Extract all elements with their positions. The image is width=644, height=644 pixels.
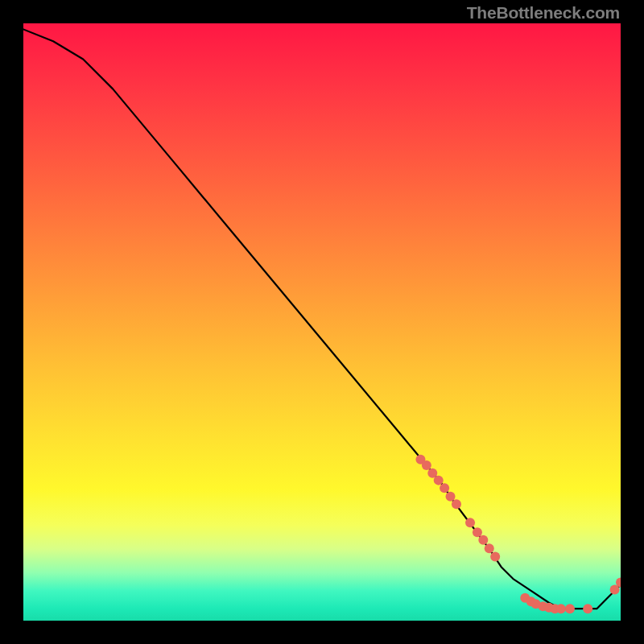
bottleneck-curve: [23, 29, 621, 609]
data-marker: [556, 604, 566, 613]
plot-area: [23, 23, 621, 621]
data-marker: [446, 492, 456, 502]
data-marker: [583, 604, 592, 613]
data-marker: [422, 460, 431, 470]
chart-stage: TheBottleneck.com: [0, 0, 644, 644]
watermark-label: TheBottleneck.com: [467, 3, 620, 23]
data-marker: [490, 552, 500, 562]
data-marker: [440, 483, 449, 493]
data-marker: [478, 535, 488, 545]
data-marker: [485, 543, 494, 553]
data-marker: [473, 527, 482, 537]
data-marker: [434, 476, 444, 485]
data-marker: [465, 518, 475, 527]
data-markers: [415, 455, 621, 614]
data-marker: [452, 499, 461, 509]
data-marker: [565, 604, 575, 613]
chart-svg: [23, 23, 621, 621]
